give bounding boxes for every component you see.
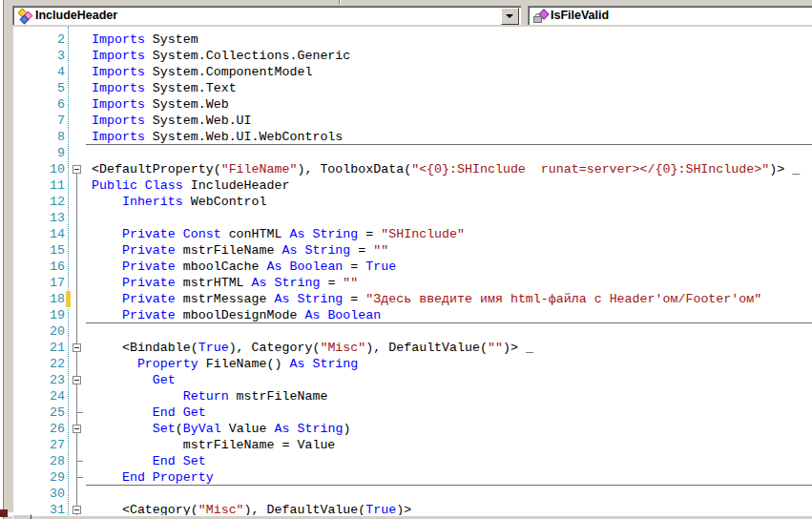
members-dropdown[interactable]: IsFileValid (528, 6, 812, 25)
code-line[interactable]: 28 End Set (0, 453, 812, 469)
code-line[interactable]: 5Imports System.Text (0, 80, 812, 96)
line-number[interactable]: 5 (0, 80, 65, 96)
code-line[interactable]: 18 Private mstrMessage As String = "Здес… (0, 291, 812, 307)
code-line[interactable]: 12 Inherits WebControl (0, 194, 812, 210)
code-text[interactable]: End Get (92, 405, 206, 421)
minus-glyph (74, 380, 79, 381)
code-line[interactable]: 4Imports System.ComponentModel (0, 64, 812, 80)
code-text[interactable]: Private mstrMessage As String = "Здесь в… (92, 291, 761, 307)
code-text[interactable]: Public Class IncludeHeader (92, 177, 289, 194)
code-line[interactable]: 27 mstrFileName = Value (0, 437, 812, 453)
code-text[interactable]: Private mstrHTML As String = "" (92, 275, 358, 291)
line-number[interactable]: 14 (0, 226, 65, 242)
code-line[interactable]: 8Imports System.Web.UI.WebControls (0, 129, 812, 145)
line-number[interactable]: 11 (0, 177, 65, 194)
scrollbar-splitter-button[interactable] (12, 514, 31, 519)
code-line[interactable]: 23 Get (0, 372, 812, 388)
code-line[interactable]: 10<DefaultProperty("FileName"), ToolboxD… (0, 161, 812, 177)
line-number[interactable]: 19 (0, 307, 65, 323)
line-number[interactable]: 22 (0, 356, 65, 372)
code-line[interactable]: 3Imports System.Collections.Generic (0, 48, 812, 64)
line-number[interactable]: 3 (0, 48, 65, 64)
line-number[interactable]: 8 (0, 129, 65, 145)
code-line[interactable]: 2Imports System (0, 31, 812, 48)
line-number[interactable]: 23 (0, 372, 65, 388)
code-line[interactable]: 20 (0, 323, 812, 340)
code-text[interactable]: Set(ByVal Value As String) (92, 421, 350, 437)
code-text[interactable]: Imports System.Web.UI (92, 113, 252, 129)
line-number[interactable]: 30 (0, 486, 65, 502)
fold-toggle[interactable] (73, 343, 81, 352)
types-dropdown-button[interactable] (501, 8, 519, 25)
fold-toggle[interactable] (73, 506, 81, 514)
code-line[interactable]: 24 Return mstrFileName (0, 388, 812, 405)
code-text[interactable]: Imports System (92, 31, 198, 48)
code-pane[interactable]: 2Imports System3Imports System.Collectio… (0, 27, 812, 519)
minus-glyph (74, 347, 79, 348)
line-number[interactable]: 6 (0, 96, 65, 113)
types-dropdown[interactable]: IncludeHeader (12, 6, 521, 25)
code-text[interactable]: Private mboolCache As Boolean = True (92, 259, 396, 275)
fold-toggle[interactable] (73, 425, 81, 433)
line-number[interactable]: 15 (0, 242, 65, 259)
code-line[interactable]: 16 Private mboolCache As Boolean = True (0, 259, 812, 275)
code-line[interactable]: 25 End Get (0, 405, 812, 421)
minus-glyph (74, 509, 79, 510)
line-number[interactable]: 18 (0, 291, 65, 307)
procedure-separator (86, 322, 812, 323)
line-number[interactable]: 27 (0, 437, 65, 453)
line-number[interactable]: 28 (0, 453, 65, 469)
code-text[interactable]: mstrFileName = Value (92, 437, 335, 453)
code-text[interactable]: End Set (92, 453, 206, 469)
line-number[interactable]: 9 (0, 145, 65, 161)
code-text[interactable]: End Property (92, 469, 214, 486)
fold-toggle[interactable] (73, 165, 81, 174)
line-number[interactable]: 20 (0, 323, 65, 340)
line-number[interactable]: 12 (0, 194, 65, 210)
members-dropdown-value: IsFileValid (551, 8, 609, 23)
line-number[interactable]: 17 (0, 275, 65, 291)
code-text[interactable]: <DefaultProperty("FileName"), ToolboxDat… (92, 161, 800, 177)
line-number[interactable]: 24 (0, 388, 65, 405)
code-line[interactable]: 15 Private mstrFileName As String = "" (0, 242, 812, 259)
line-number[interactable]: 25 (0, 405, 65, 421)
code-line[interactable]: 14 Private Const conHTML As String = "SH… (0, 226, 812, 242)
code-text[interactable]: Inherits WebControl (92, 194, 267, 210)
code-text[interactable]: Private mboolDesignMode As Boolean (92, 307, 381, 323)
code-line[interactable]: 29 End Property (0, 469, 812, 486)
line-number[interactable]: 2 (0, 31, 65, 48)
code-line[interactable]: 21 <Bindable(True), Category("Misc"), De… (0, 340, 812, 356)
code-text[interactable]: Get (92, 372, 176, 388)
code-text[interactable]: Imports System.Collections.Generic (92, 48, 350, 64)
line-number[interactable]: 29 (0, 469, 65, 486)
line-number[interactable]: 7 (0, 113, 65, 129)
code-line[interactable]: 11Public Class IncludeHeader (0, 177, 812, 194)
code-line[interactable]: 30 (0, 486, 812, 502)
code-text[interactable]: Imports System.Web (92, 96, 229, 113)
line-number[interactable]: 21 (0, 340, 65, 356)
code-line[interactable]: 26 Set(ByVal Value As String) (0, 421, 812, 437)
line-number[interactable]: 13 (0, 210, 65, 226)
code-text[interactable]: Imports System.Web.UI.WebControls (92, 129, 343, 145)
code-text[interactable]: Private Const conHTML As String = "SHInc… (92, 226, 465, 242)
code-line[interactable]: 7Imports System.Web.UI (0, 113, 812, 129)
line-number[interactable]: 4 (0, 64, 65, 80)
line-number[interactable]: 10 (0, 161, 65, 177)
code-line[interactable]: 22 Property FileName() As String (0, 356, 812, 372)
code-text[interactable]: Property FileName() As String (92, 356, 358, 372)
code-line[interactable]: 19 Private mboolDesignMode As Boolean (0, 307, 812, 323)
code-text[interactable]: <Bindable(True), Category("Misc"), Defau… (92, 340, 533, 356)
code-line[interactable]: 9 (0, 145, 812, 161)
fold-toggle[interactable] (73, 376, 81, 384)
horizontal-scrollbar-edge[interactable] (4, 515, 812, 519)
code-line[interactable]: 17 Private mstrHTML As String = "" (0, 275, 812, 291)
code-line[interactable]: 13 (0, 210, 812, 226)
code-text[interactable]: Private mstrFileName As String = "" (92, 242, 388, 259)
window-left-border (3, 0, 4, 519)
line-number[interactable]: 16 (0, 259, 65, 275)
line-number[interactable]: 26 (0, 421, 65, 437)
code-text[interactable]: Imports System.ComponentModel (92, 64, 312, 80)
code-line[interactable]: 6Imports System.Web (0, 96, 812, 113)
code-text[interactable]: Imports System.Text (92, 80, 237, 96)
code-text[interactable]: Return mstrFileName (92, 388, 327, 405)
